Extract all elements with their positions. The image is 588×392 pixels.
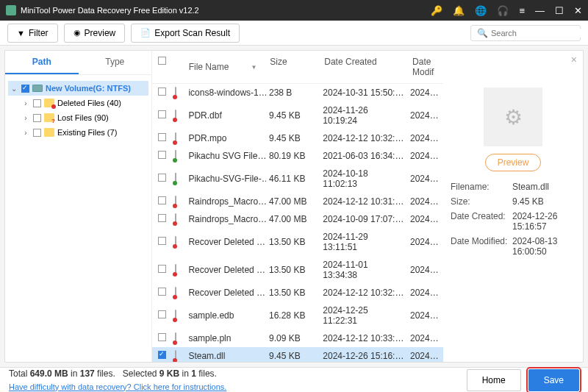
checkbox[interactable] bbox=[158, 214, 166, 222]
preview-button[interactable]: ◉Preview bbox=[64, 24, 126, 43]
globe-icon[interactable]: 🌐 bbox=[475, 5, 487, 16]
footer: Total 649.0 MB in 137 files. Selected 9 … bbox=[0, 367, 588, 392]
key-icon[interactable]: 🔑 bbox=[431, 5, 442, 16]
meta-dc-value: 2024-12-26 15:16:57 bbox=[512, 211, 576, 232]
file-date-created: 2024-12-12 10:32:… bbox=[320, 133, 407, 143]
menu-icon[interactable]: ≡ bbox=[519, 5, 525, 16]
sidebar: Path Type ⌄ New Volume(G: NTFS) › Delete… bbox=[5, 51, 152, 362]
preview-thumbnail: ⚙ bbox=[484, 88, 542, 146]
maximize-icon[interactable]: ☐ bbox=[555, 5, 564, 16]
column-headers: File Name▼ Size Date Created Date Modif bbox=[152, 51, 443, 84]
expand-icon[interactable]: › bbox=[21, 128, 30, 137]
headset-icon[interactable]: 🎧 bbox=[497, 5, 509, 16]
file-name: sample.edb bbox=[185, 310, 266, 321]
search-input[interactable] bbox=[491, 29, 588, 38]
checkbox[interactable] bbox=[21, 85, 29, 93]
file-name: PDR.dbf bbox=[185, 110, 266, 121]
close-icon[interactable]: ✕ bbox=[574, 5, 582, 16]
export-icon: 📄 bbox=[140, 28, 151, 38]
checkbox[interactable] bbox=[158, 265, 166, 273]
filter-icon: ▼ bbox=[17, 29, 25, 38]
export-button[interactable]: 📄Export Scan Result bbox=[131, 24, 240, 43]
file-date-modified: 2024… bbox=[407, 88, 440, 98]
checkbox[interactable] bbox=[158, 174, 166, 182]
file-icon bbox=[175, 310, 176, 321]
file-name: Pikachu-SVG-File-… bbox=[185, 174, 266, 184]
search-icon: 🔍 bbox=[477, 28, 488, 38]
checkbox[interactable] bbox=[33, 129, 41, 137]
file-row[interactable]: Recover Deleted …13.50 KB2024-11-01 13:3… bbox=[152, 256, 443, 284]
checkbox[interactable] bbox=[158, 310, 166, 318]
collapse-icon[interactable]: ⌄ bbox=[10, 84, 18, 93]
select-all-checkbox[interactable] bbox=[158, 57, 166, 65]
file-row[interactable]: Recover Deleted …13.50 KB2024-11-29 13:1… bbox=[152, 228, 443, 256]
tree-deleted[interactable]: › Deleted Files (40) bbox=[8, 96, 148, 110]
file-row[interactable]: Steam.dll9.45 KB2024-12-26 15:16:…2024… bbox=[152, 347, 443, 362]
checkbox[interactable] bbox=[158, 110, 166, 118]
file-name: Raindrops_Macro… bbox=[185, 196, 266, 207]
file-list: File Name▼ Size Date Created Date Modif … bbox=[152, 51, 443, 362]
help-link[interactable]: Have difficulty with data recovery? Clic… bbox=[9, 382, 226, 391]
folder-tree: ⌄ New Volume(G: NTFS) › Deleted Files (4… bbox=[5, 75, 151, 146]
sort-icon: ▼ bbox=[251, 64, 257, 71]
bell-icon[interactable]: 🔔 bbox=[453, 5, 465, 16]
checkbox[interactable] bbox=[158, 333, 166, 341]
file-date-created: 2024-11-26 10:19:24 bbox=[320, 105, 407, 126]
tab-type[interactable]: Type bbox=[79, 51, 152, 74]
tree-existing[interactable]: › Existing Files (7) bbox=[8, 125, 148, 140]
col-size[interactable]: Size bbox=[267, 57, 321, 77]
file-date-created: 2024-12-26 15:16:… bbox=[320, 351, 407, 361]
file-icon bbox=[175, 132, 176, 144]
file-date-created: 2024-12-25 11:22:31 bbox=[320, 305, 407, 326]
preview-file-button[interactable]: Preview bbox=[485, 154, 542, 171]
file-row[interactable]: icons8-windows-1…238 B2024-10-31 15:50:…… bbox=[152, 84, 443, 101]
checkbox[interactable] bbox=[158, 196, 166, 204]
expand-icon[interactable]: › bbox=[21, 99, 30, 107]
tree-lost[interactable]: › Lost Files (90) bbox=[8, 110, 148, 125]
file-icon bbox=[175, 196, 176, 207]
checkbox[interactable] bbox=[158, 237, 166, 245]
file-row[interactable]: Recover Deleted …13.50 KB2024-12-12 10:3… bbox=[152, 284, 443, 302]
file-row[interactable]: Raindrops_Macro…47.00 MB2024-10-09 17:07… bbox=[152, 210, 443, 228]
expand-icon[interactable]: › bbox=[21, 113, 30, 122]
file-row[interactable]: sample.pln9.09 KB2024-12-12 10:33:…2024… bbox=[152, 329, 443, 347]
tree-root[interactable]: ⌄ New Volume(G: NTFS) bbox=[8, 81, 148, 96]
checkbox[interactable] bbox=[158, 133, 166, 141]
checkbox[interactable] bbox=[158, 151, 166, 159]
file-icon bbox=[175, 213, 176, 225]
file-row[interactable]: Pikachu-SVG-File-…46.11 KB2024-10-18 11:… bbox=[152, 165, 443, 193]
file-size: 9.09 KB bbox=[266, 333, 320, 343]
checkbox[interactable] bbox=[33, 114, 41, 122]
file-date-modified: 2024… bbox=[407, 333, 440, 343]
meta-size-value: 9.45 KB bbox=[512, 196, 576, 207]
file-row[interactable]: Raindrops_Macro…47.00 MB2024-12-12 10:31… bbox=[152, 193, 443, 210]
close-preview-icon[interactable]: × bbox=[571, 54, 577, 65]
col-name[interactable]: File Name▼ bbox=[186, 57, 268, 77]
checkbox[interactable] bbox=[33, 99, 41, 107]
file-size: 47.00 MB bbox=[266, 214, 320, 224]
col-date-created[interactable]: Date Created bbox=[321, 57, 409, 77]
meta-filename-value: Steam.dll bbox=[512, 182, 576, 192]
search-box[interactable]: 🔍 bbox=[470, 25, 581, 41]
filter-button[interactable]: ▼Filter bbox=[7, 24, 58, 43]
file-date-modified: 2024… bbox=[407, 288, 440, 298]
file-icon bbox=[175, 264, 176, 276]
col-date-modified[interactable]: Date Modif bbox=[409, 57, 440, 77]
file-row[interactable]: sample.edb16.28 KB2024-12-25 11:22:31202… bbox=[152, 302, 443, 329]
checkbox[interactable] bbox=[158, 88, 166, 96]
minimize-icon[interactable]: — bbox=[535, 5, 545, 16]
file-row[interactable]: Pikachu SVG File…80.19 KB2021-06-03 16:3… bbox=[152, 147, 443, 165]
file-name: sample.pln bbox=[185, 333, 266, 343]
file-row[interactable]: PDR.dbf9.45 KB2024-11-26 10:19:242024… bbox=[152, 101, 443, 129]
file-row[interactable]: PDR.mpo9.45 KB2024-12-12 10:32:…2024… bbox=[152, 129, 443, 147]
home-button[interactable]: Home bbox=[467, 369, 521, 391]
folder-icon bbox=[44, 113, 54, 122]
file-date-created: 2024-11-29 13:11:51 bbox=[320, 232, 407, 252]
save-button[interactable]: Save bbox=[528, 369, 579, 391]
file-size: 13.50 KB bbox=[266, 237, 320, 247]
checkbox[interactable] bbox=[158, 288, 166, 296]
file-date-created: 2024-11-01 13:34:38 bbox=[320, 260, 407, 280]
meta-dm-label: Date Modified: bbox=[451, 236, 509, 257]
tab-path[interactable]: Path bbox=[5, 51, 79, 74]
checkbox[interactable] bbox=[158, 351, 166, 359]
